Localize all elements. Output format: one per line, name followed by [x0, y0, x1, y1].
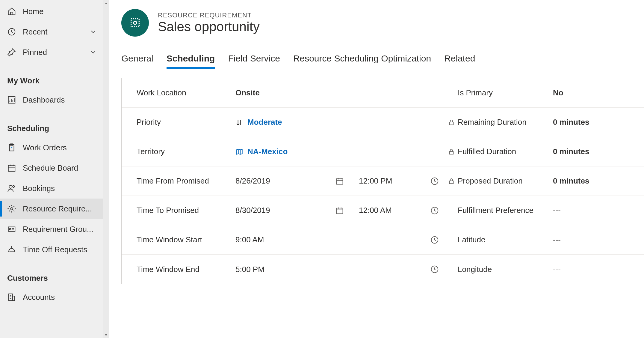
nav-dashboards[interactable]: Dashboards: [0, 90, 109, 110]
territory-link[interactable]: NA-Mexico: [247, 147, 288, 156]
tab-related[interactable]: Related: [444, 53, 475, 69]
gear-icon: [7, 204, 16, 213]
nav-home[interactable]: Home: [0, 1, 109, 22]
calendar-icon[interactable]: [335, 206, 344, 215]
map-icon: [235, 148, 243, 156]
tab-general[interactable]: General: [121, 53, 153, 69]
nav-bookings[interactable]: Bookings: [0, 178, 109, 199]
section-customers: Customers: [0, 260, 109, 287]
field-label: Priority: [137, 118, 235, 127]
nav-label: Work Orders: [23, 143, 97, 152]
field-label: Work Location: [137, 88, 235, 97]
field-value: ---: [553, 235, 638, 244]
field-value: 9:00 AM: [235, 235, 439, 244]
record-header: RESOURCE REQUIREMENT Sales opportunity: [121, 9, 644, 37]
time-value[interactable]: 5:00 PM: [235, 265, 426, 274]
lock-icon: [448, 119, 455, 126]
dashboard-icon: [7, 95, 16, 104]
time-value[interactable]: 12:00 AM: [348, 206, 426, 215]
svg-point-9: [10, 229, 11, 230]
field-label: Proposed Duration: [448, 176, 553, 186]
time-value[interactable]: 12:00 PM: [348, 176, 426, 186]
date-value[interactable]: 8/26/2019: [235, 176, 331, 186]
field-time-window-start[interactable]: Time Window Start 9:00 AM: [122, 225, 445, 255]
field-value: Onsite: [235, 88, 439, 97]
field-label: Latitude: [448, 235, 553, 244]
nav-resource-requirements[interactable]: Resource Require...: [0, 199, 109, 219]
nav-label: Recent: [23, 27, 90, 37]
field-time-window-end[interactable]: Time Window End 5:00 PM: [122, 255, 445, 284]
nav-label: Resource Require...: [23, 204, 97, 214]
field-proposed-duration: Proposed Duration 0 minutes: [445, 166, 644, 196]
field-label: Time Window End: [137, 265, 235, 274]
field-remaining-duration: Remaining Duration 0 minutes: [445, 108, 644, 137]
svg-rect-14: [337, 178, 343, 184]
lock-icon: [448, 178, 455, 184]
svg-rect-22: [450, 181, 453, 184]
field-territory[interactable]: Territory NA-Mexico: [122, 137, 445, 166]
svg-rect-20: [450, 122, 453, 125]
nav-recent[interactable]: Recent: [0, 22, 109, 42]
field-fulfilled-duration: Fulfilled Duration 0 minutes: [445, 137, 644, 166]
form-panel: Work Location Onsite Priority Moderate T…: [121, 78, 644, 284]
date-value[interactable]: 8/30/2019: [235, 206, 331, 215]
clock-icon[interactable]: [430, 235, 439, 244]
svg-point-13: [134, 21, 137, 24]
record-title: Sales opportunity: [158, 19, 260, 34]
field-value: 0 minutes: [553, 147, 638, 156]
field-fulfillment-preference[interactable]: Fulfillment Preference ---: [445, 196, 644, 225]
field-work-location[interactable]: Work Location Onsite: [122, 78, 445, 108]
priority-link[interactable]: Moderate: [247, 118, 282, 127]
field-label: Remaining Duration: [448, 118, 553, 127]
field-value: 8/26/2019 12:00 PM: [235, 176, 439, 186]
calendar-icon[interactable]: [335, 177, 344, 185]
clock-icon[interactable]: [430, 265, 439, 274]
entity-type-label: RESOURCE REQUIREMENT: [158, 11, 260, 19]
field-label: Is Primary: [448, 88, 553, 97]
tab-rso[interactable]: Resource Scheduling Optimization: [293, 53, 431, 69]
nav-label: Accounts: [23, 293, 97, 302]
nav-schedule-board[interactable]: Schedule Board: [0, 158, 109, 178]
field-is-primary[interactable]: Is Primary No: [445, 78, 644, 108]
field-value: 5:00 PM: [235, 265, 439, 274]
lock-icon: [448, 148, 455, 155]
nav-label: Dashboards: [23, 95, 97, 105]
field-priority[interactable]: Priority Moderate: [122, 108, 445, 137]
svg-point-5: [9, 185, 12, 188]
field-label: Territory: [137, 147, 235, 156]
nav-label: Requirement Grou...: [23, 225, 97, 234]
field-longitude[interactable]: Longitude ---: [445, 255, 644, 284]
timeoff-icon: [7, 245, 16, 254]
sidebar-scrollbar[interactable]: ▴ ▾: [103, 0, 109, 338]
form-col-right: Is Primary No Remaining Duration 0 minut…: [445, 78, 644, 284]
field-time-from-promised[interactable]: Time From Promised 8/26/2019 12:00 PM: [122, 166, 445, 196]
clock-icon[interactable]: [430, 177, 439, 186]
field-label: Time To Promised: [137, 206, 235, 215]
field-label: Time Window Start: [137, 235, 235, 244]
scroll-down-icon[interactable]: ▾: [103, 332, 109, 338]
svg-rect-11: [13, 296, 15, 301]
chevron-down-icon: [90, 49, 97, 56]
nav-requirement-groups[interactable]: Requirement Grou...: [0, 219, 109, 239]
field-label: Fulfillment Preference: [448, 206, 553, 215]
nav-accounts[interactable]: Accounts: [0, 287, 109, 307]
priority-icon: [235, 118, 243, 126]
nav-work-orders[interactable]: Work Orders: [0, 137, 109, 158]
tab-scheduling[interactable]: Scheduling: [167, 53, 215, 69]
svg-rect-4: [8, 165, 15, 171]
tab-field-service[interactable]: Field Service: [228, 53, 280, 69]
clock-icon[interactable]: [430, 206, 439, 215]
scroll-up-icon[interactable]: ▴: [103, 0, 109, 6]
people-icon: [7, 184, 16, 193]
time-value[interactable]: 9:00 AM: [235, 235, 426, 244]
main-content: RESOURCE REQUIREMENT Sales opportunity G…: [109, 0, 644, 338]
field-latitude[interactable]: Latitude ---: [445, 225, 644, 255]
calendar-icon: [7, 163, 16, 172]
field-value: 8/30/2019 12:00 AM: [235, 206, 439, 215]
nav-label: Schedule Board: [23, 163, 97, 173]
field-time-to-promised[interactable]: Time To Promised 8/30/2019 12:00 AM: [122, 196, 445, 225]
field-value: No: [553, 88, 638, 97]
field-label: Longitude: [448, 265, 553, 274]
nav-time-off-requests[interactable]: Time Off Requests: [0, 239, 109, 260]
nav-pinned[interactable]: Pinned: [0, 42, 109, 62]
